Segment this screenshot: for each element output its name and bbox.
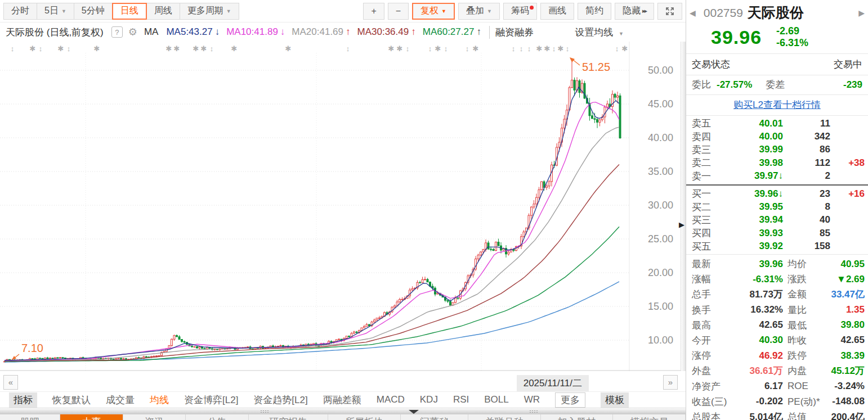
period-daily[interactable]: 日线 xyxy=(112,3,147,20)
indicator-tab-均线[interactable]: 均线 xyxy=(150,394,169,407)
order-level-label: 买一 xyxy=(692,187,721,200)
order-price: 39.92 xyxy=(721,241,783,252)
splitter-grip[interactable] xyxy=(260,410,269,413)
buy-l2-link[interactable]: 购买L2查看十档行情 xyxy=(733,100,821,110)
help-icon[interactable]: ? xyxy=(111,26,123,38)
bid-row: 买一39.96↓23+16 xyxy=(686,187,868,200)
margin-trading-label[interactable]: 融资融券 xyxy=(489,26,534,39)
event-marker-icon[interactable]: ✱ xyxy=(544,44,551,53)
y-axis-label: 25.00 xyxy=(648,233,673,245)
period-more[interactable]: 更多周期▼ xyxy=(180,3,239,20)
dividend-marker-icon[interactable]: ↕ xyxy=(520,44,524,53)
dividend-marker-icon[interactable]: ↕ xyxy=(615,44,619,53)
candlestick-chart[interactable]: 50.0045.0040.0035.0030.0025.0020.0015.00… xyxy=(0,42,686,373)
stat-label: 均价 xyxy=(783,258,830,270)
info-tab-大事[interactable]: 大事 xyxy=(60,414,123,420)
period-weekly[interactable]: 周线 xyxy=(146,3,180,20)
order-price: 39.97↓ xyxy=(721,170,783,182)
event-marker-icon[interactable]: ✱ xyxy=(473,44,479,53)
event-marker-icon[interactable]: ✱ xyxy=(388,44,395,53)
dividend-marker-icon[interactable]: ↕ xyxy=(552,44,556,53)
dividend-marker-icon[interactable]: ↕ xyxy=(566,44,570,53)
indicator-tab-MACD[interactable]: MACD xyxy=(377,394,405,405)
indicator-tab-恢复默认[interactable]: 恢复默认 xyxy=(52,394,91,407)
dividend-marker-icon[interactable]: ↕ xyxy=(527,44,531,53)
overlay-button[interactable]: 叠加▼ xyxy=(458,3,500,20)
dividend-marker-icon[interactable]: ↕ xyxy=(512,44,516,53)
event-marker-icon[interactable]: ✱ xyxy=(58,44,64,53)
info-tab-资讯[interactable]: 资讯 xyxy=(123,414,186,420)
prev-stock-arrow[interactable]: ◀ xyxy=(690,8,696,17)
splitter-grip[interactable] xyxy=(529,410,538,413)
indicator-tab-KDJ[interactable]: KDJ xyxy=(420,394,438,405)
ma-settings-button[interactable]: 设置均线 ▼ xyxy=(575,26,624,39)
event-marker-icon[interactable]: ✱ xyxy=(285,44,292,53)
period-5min[interactable]: 5分钟 xyxy=(74,3,113,20)
info-tab-模拟交易[interactable]: 模拟交易 xyxy=(613,414,686,420)
button-label: 复权 xyxy=(420,5,439,17)
simple-mode-button[interactable]: 简约 xyxy=(578,3,611,20)
indicator-tab-WR[interactable]: WR xyxy=(524,394,540,405)
splitter-bar[interactable] xyxy=(0,408,686,414)
period-minute[interactable]: 分时 xyxy=(3,3,37,20)
info-tab-研究报告[interactable]: 研究报告 xyxy=(249,414,329,420)
event-marker-icon[interactable]: ✱ xyxy=(201,44,207,53)
event-marker-icon[interactable]: ✱ xyxy=(397,44,403,53)
collapse-panel-arrow[interactable]: ▶ xyxy=(679,220,684,229)
stat-label: 金额 xyxy=(783,288,830,301)
indicator-tab-资金博弈[L2][interactable]: 资金博弈[L2] xyxy=(184,394,238,407)
next-stock-arrow[interactable]: ▶ xyxy=(858,8,865,17)
dividend-marker-icon[interactable]: ↕ xyxy=(466,44,469,53)
info-tab-关联品种[interactable]: 关联品种 xyxy=(468,414,541,420)
dividend-marker-icon[interactable]: ↕ xyxy=(11,44,15,53)
draw-line-button[interactable]: 画线 xyxy=(540,3,574,20)
hide-button[interactable]: 隐藏▸▸ xyxy=(615,3,654,20)
indicator-tab-资金趋势[L2][interactable]: 资金趋势[L2] xyxy=(253,394,307,407)
event-marker-icon[interactable]: ✱ xyxy=(193,44,199,53)
splitter-collapse-arrow[interactable] xyxy=(409,410,419,414)
chevron-down-icon: ▼ xyxy=(619,31,624,37)
event-marker-icon[interactable]: ✱ xyxy=(30,44,36,53)
info-tab-股吧[interactable]: 股吧 xyxy=(0,414,60,420)
indicator-tab-BOLL[interactable]: BOLL xyxy=(484,394,508,405)
bid-row: 买三39.9440 xyxy=(686,214,868,227)
event-marker-icon[interactable]: ✱ xyxy=(536,44,543,53)
order-price: 39.95 xyxy=(721,201,783,213)
indicator-tab-成交量[interactable]: 成交量 xyxy=(106,394,135,407)
period-5day[interactable]: 5日▼ xyxy=(37,3,74,20)
scroll-left-button[interactable]: « xyxy=(3,375,18,390)
chips-button[interactable]: 筹码 xyxy=(503,3,537,20)
ma-line-ma120 xyxy=(5,282,619,362)
info-tab-问董秘[interactable]: 问董秘 xyxy=(401,414,468,420)
indicator-tab-模板[interactable]: 模板 xyxy=(601,392,629,408)
indicator-tab-两融差额[interactable]: 两融差额 xyxy=(323,394,361,407)
event-marker-icon[interactable]: ✱ xyxy=(166,44,172,53)
dividend-marker-icon[interactable]: ↕ xyxy=(67,44,71,53)
dividend-marker-icon[interactable]: ↕ xyxy=(210,44,214,53)
indicator-tab-指标[interactable]: 指标 xyxy=(9,392,37,408)
dividend-marker-icon[interactable]: ↕ xyxy=(406,44,410,53)
event-marker-icon[interactable]: ✱ xyxy=(622,44,628,53)
info-tab-公告[interactable]: 公告 xyxy=(186,414,249,420)
dividend-marker-icon[interactable]: ↕ xyxy=(444,44,448,53)
event-marker-icon[interactable]: ✱ xyxy=(558,44,564,53)
adjust-button[interactable]: 复权▼ xyxy=(412,3,455,20)
event-marker-icon[interactable]: ✱ xyxy=(231,44,238,53)
indicator-tab-RSI[interactable]: RSI xyxy=(453,394,469,405)
scroll-right-button[interactable]: » xyxy=(663,375,678,390)
zoom-in-button[interactable]: + xyxy=(363,3,384,20)
gear-icon[interactable]: ⚙ xyxy=(128,26,137,38)
info-tab-所属板块[interactable]: 所属板块 xyxy=(328,414,401,420)
info-tab-加入题材[interactable]: 加入题材 xyxy=(541,414,614,420)
chart-canvas[interactable]: 50.0045.0040.0035.0030.0025.0020.0015.00… xyxy=(0,42,681,371)
indicator-tab-更多[interactable]: 更多 xyxy=(555,392,585,408)
button-label: − xyxy=(396,6,401,16)
event-marker-icon[interactable]: ✱ xyxy=(174,44,180,53)
zoom-out-button[interactable]: − xyxy=(388,3,409,20)
dividend-marker-icon[interactable]: ↕ xyxy=(346,44,350,53)
event-marker-icon[interactable]: ✱ xyxy=(435,44,441,53)
dividend-marker-icon[interactable]: ↕ xyxy=(39,44,43,53)
dividend-marker-icon[interactable]: ↕ xyxy=(428,44,432,53)
fullscreen-button[interactable] xyxy=(657,3,682,20)
event-marker-icon[interactable]: ✱ xyxy=(94,44,100,53)
